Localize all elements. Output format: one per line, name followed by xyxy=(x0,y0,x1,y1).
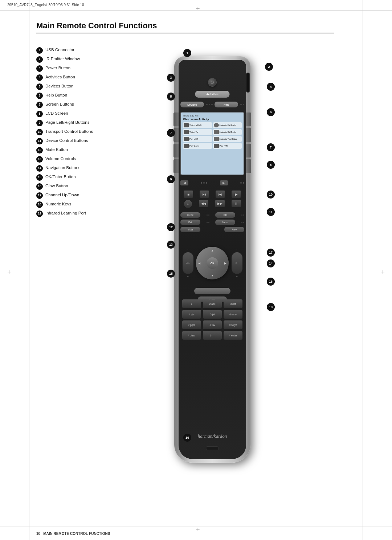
transport-row-2: ○ ◀◀ ▶▶ ⏸ xyxy=(180,200,244,208)
num-key-6[interactable]: 7 pqrs xyxy=(182,320,201,329)
lcd-time: Thurs 2:30 PM xyxy=(183,114,242,117)
legend-badge-3: 3 xyxy=(36,65,43,72)
dpad-right[interactable]: ▶ xyxy=(224,262,226,265)
dpad-down[interactable]: ▼ xyxy=(211,274,214,277)
num-key-10[interactable]: 0 — xyxy=(203,331,222,340)
activities-button[interactable]: Activities xyxy=(195,91,230,98)
remote-outer: Activities Devices Help xyxy=(174,56,250,463)
devices-button[interactable]: Devices xyxy=(180,102,204,107)
screen-button-right-1[interactable] xyxy=(246,112,251,126)
callout-14: 14 xyxy=(267,259,275,267)
ch-plus-symbol: + xyxy=(236,249,237,251)
pause-button[interactable]: ⏸ xyxy=(232,200,241,207)
legend-badge-17: 17 xyxy=(36,192,43,199)
nav-vol-area: + VOL − ▲ ▼ ◀ xyxy=(179,241,246,285)
legend-label-5: Devices Button xyxy=(45,83,73,89)
legend-badge-13: 13 xyxy=(36,156,43,163)
next-track-button[interactable]: ⏭ xyxy=(216,191,225,198)
num-key-4[interactable]: 5 jkl xyxy=(203,310,222,319)
legend-badge-10: 10 xyxy=(36,129,43,135)
mute-prev-row: Mute Prev xyxy=(180,227,244,232)
right-margin-line xyxy=(363,0,363,540)
screen-button-right-2[interactable] xyxy=(246,128,251,142)
lcd-cell-4: Listen to XM Radio xyxy=(213,129,242,135)
page-right-button[interactable]: ▶ xyxy=(220,180,228,185)
lcd-cell-2: Listen to FM Radio xyxy=(213,122,242,128)
lcd-icon-vcr xyxy=(184,137,189,141)
crosshair-top: + xyxy=(196,5,200,13)
screen-button-left-1[interactable] xyxy=(173,112,179,126)
ok-enter-button[interactable] xyxy=(194,288,230,294)
left-margin-line xyxy=(29,0,29,540)
ok-label: OK xyxy=(211,262,215,265)
num-key-5[interactable]: 6 mno xyxy=(224,310,242,319)
legend-label-8: LCD Screen xyxy=(45,111,68,116)
callout-8: 8 xyxy=(267,161,275,169)
screen-button-left-4[interactable] xyxy=(173,159,179,173)
rewind-button[interactable]: ◀◀ xyxy=(199,200,208,207)
num-key-11[interactable]: # enter xyxy=(224,331,242,340)
screen-buttons-right xyxy=(246,112,251,173)
info-button[interactable]: Info xyxy=(215,212,235,218)
ch-minus-symbol: − xyxy=(236,275,237,278)
legend-item-18: 18 Numeric Keys xyxy=(36,201,138,208)
callout-18: 18 xyxy=(267,303,275,311)
lcd-cell-1: Watch a DVD xyxy=(183,122,212,128)
num-key-8[interactable]: 9 wxyz xyxy=(224,320,242,329)
legend-label-1: USB Connector xyxy=(45,47,74,53)
legend-item-10: 10 Transport Control Buttons xyxy=(36,129,138,135)
help-button[interactable]: Help xyxy=(215,102,238,107)
legend: 1 USB Connector 2 IR Emitter Window 3 Po… xyxy=(36,47,138,220)
legend-badge-16: 16 xyxy=(36,183,43,190)
fast-forward-button[interactable]: ▶▶ xyxy=(215,200,225,207)
vol-slider[interactable]: VOL xyxy=(183,252,193,274)
prev-track-button[interactable]: ⏮ xyxy=(200,191,209,198)
legend-label-15: OK/Enter Button xyxy=(45,174,76,180)
activities-label: Activities xyxy=(206,93,218,96)
legend-badge-12: 12 xyxy=(36,147,43,154)
callout-5: 5 xyxy=(167,93,175,101)
page-left-button[interactable]: ◀ xyxy=(180,180,188,185)
exit-dots xyxy=(207,222,209,223)
lcd-icon-fm xyxy=(214,123,219,127)
screen-button-right-3[interactable] xyxy=(246,144,251,158)
legend-item-16: 16 Glow Button xyxy=(36,183,138,190)
ir-learning-port xyxy=(206,446,219,450)
screen-button-left-3[interactable] xyxy=(173,144,179,158)
menu-button[interactable]: Menu xyxy=(215,220,235,225)
remote-inner-panel: Activities Devices Help xyxy=(179,60,246,459)
dpad-left[interactable]: ◀ xyxy=(198,262,200,265)
num-key-3[interactable]: 4 ghi xyxy=(182,310,201,319)
ch-slider[interactable]: CH xyxy=(232,252,242,274)
ok-button[interactable]: OK xyxy=(207,257,218,269)
legend-badge-11: 11 xyxy=(36,138,43,144)
stop-button[interactable]: ■ xyxy=(184,191,193,198)
transport-controls: ■ ⏮ ⏭ ▶ ○ ◀◀ ▶▶ ⏸ xyxy=(180,191,244,208)
devices-help-row: Devices Help xyxy=(180,102,244,107)
legend-label-4: Activities Button xyxy=(45,74,75,80)
guide-info-row: Guide Info xyxy=(180,212,244,218)
guide-button[interactable]: Guide xyxy=(180,212,200,218)
record-button[interactable]: ○ xyxy=(184,200,192,208)
screen-button-right-4[interactable] xyxy=(246,159,251,173)
num-key-0[interactable]: 1 xyxy=(182,299,201,308)
legend-label-19: Infrared Learning Port xyxy=(45,210,86,216)
legend-item-8: 8 LCD Screen xyxy=(36,111,138,117)
num-key-1[interactable]: 2 abc xyxy=(203,299,222,308)
mute-button[interactable]: Mute xyxy=(180,227,200,232)
prev-button[interactable]: Prev xyxy=(224,227,244,232)
num-key-9[interactable]: * clear xyxy=(182,331,201,340)
num-key-2[interactable]: 3 def xyxy=(224,299,242,308)
play-button[interactable]: ▶ xyxy=(232,191,241,198)
legend-item-3: 3 Power Button xyxy=(36,65,138,72)
exit-button[interactable]: Exit xyxy=(180,220,200,225)
power-button[interactable] xyxy=(208,78,217,87)
dpad-up[interactable]: ▲ xyxy=(211,249,214,252)
legend-item-11: 11 Device Control Buttons xyxy=(36,138,138,144)
legend-label-16: Glow Button xyxy=(45,183,68,189)
legend-item-1: 1 USB Connector xyxy=(36,47,138,54)
num-key-7[interactable]: 8 tuv xyxy=(203,320,222,329)
numeric-keypad: 12 abc3 def4 ghi5 jkl6 mno7 pqrs8 tuv9 w… xyxy=(182,299,242,340)
legend-badge-1: 1 xyxy=(36,47,43,54)
lcd-title: Choose an Activity: xyxy=(183,118,242,121)
